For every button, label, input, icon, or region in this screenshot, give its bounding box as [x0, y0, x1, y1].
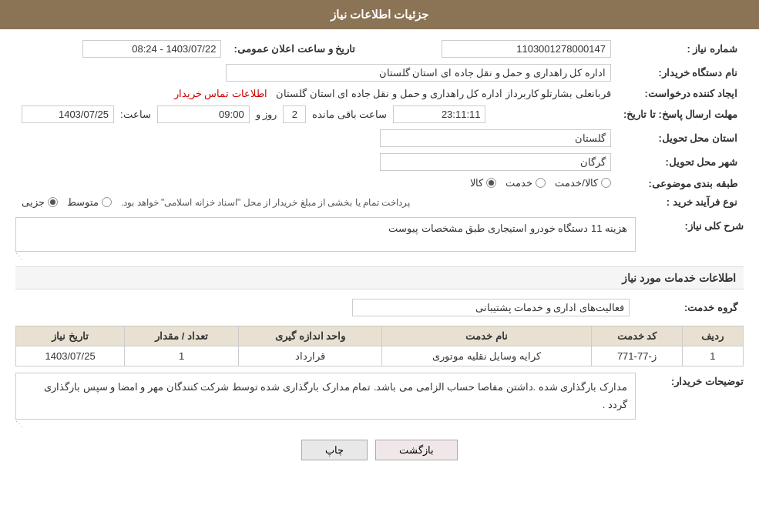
purchase-jozyi-label: جزیی	[22, 196, 45, 208]
buyer-notes-box: مدارک بارگذاری شده .داشتن مفاصا حساب الز…	[15, 373, 636, 420]
purchase-note: پرداخت تمام یا بخشی از مبلغ خریدار از مح…	[121, 197, 410, 208]
need-number-label: شماره نیاز :	[617, 37, 744, 61]
cell-service-name: کرایه وسایل نقلیه موتوری	[382, 346, 592, 366]
purchase-type-radio-group: متوسط جزیی	[22, 196, 112, 208]
creator-label: ایجاد کننده درخواست:	[617, 85, 744, 102]
radio-khedmat-icon	[536, 178, 546, 188]
col-quantity: تعداد / مقدار	[125, 326, 239, 346]
city-value: گرگان	[380, 153, 611, 171]
province-value: گلستان	[380, 129, 611, 147]
response-date: 1403/07/25	[22, 105, 114, 123]
response-remaining: 23:11:11	[393, 105, 485, 123]
col-service-code: کد خدمت	[591, 326, 682, 346]
need-description-value: هزینه 11 دستگاه خودرو استیجاری طبق مشخصا…	[388, 223, 627, 234]
col-date: تاریخ نیاز	[16, 326, 125, 346]
print-button[interactable]: چاپ	[301, 440, 368, 460]
category-option-khedmat[interactable]: خدمت	[505, 177, 546, 189]
purchase-type-label: نوع فرآیند خرید :	[617, 193, 744, 211]
purchase-option-motavasset[interactable]: متوسط	[67, 196, 112, 208]
radio-kala-icon	[486, 178, 496, 188]
service-group-value: فعالیت‌های اداری و خدمات پشتیبانی	[352, 299, 630, 316]
province-label: استان محل تحویل:	[617, 126, 744, 150]
cell-unit: قرارداد	[238, 346, 381, 366]
cell-date: 1403/07/25	[16, 346, 125, 366]
category-kala-label: کالا	[470, 177, 483, 189]
category-kala-khedmat-label: کالا/خدمت	[555, 177, 598, 189]
buyer-org-label: نام دستگاه خریدار:	[617, 61, 744, 85]
col-row-num: ردیف	[682, 326, 743, 346]
announce-date-value: 1403/07/22 - 08:24	[82, 40, 221, 58]
buyer-org-value: اداره کل راهداری و حمل و نقل جاده ای است…	[226, 64, 611, 82]
back-button[interactable]: بازگشت	[375, 440, 458, 460]
response-time-label: ساعت:	[120, 109, 151, 120]
page-header: جزئیات اطلاعات نیاز	[0, 0, 759, 29]
response-remaining-label: ساعت باقی مانده	[312, 109, 387, 120]
category-option-kala-khedmat[interactable]: کالا/خدمت	[555, 177, 611, 189]
services-section-title: اطلاعات خدمات مورد نیاز	[15, 266, 744, 289]
cell-row-num: 1	[682, 346, 743, 366]
category-option-kala[interactable]: کالا	[470, 177, 496, 189]
col-unit: واحد اندازه گیری	[238, 326, 381, 346]
header-title: جزئیات اطلاعات نیاز	[331, 8, 428, 21]
radio-motavasset-icon	[102, 197, 112, 207]
radio-jozyi-icon	[48, 197, 58, 207]
buyer-notes-label: توضیحات خریدار:	[643, 373, 744, 387]
response-days-label: روز و	[256, 109, 277, 120]
action-buttons: بازگشت چاپ	[15, 440, 744, 460]
city-label: شهر محل تحویل:	[617, 150, 744, 174]
services-table: ردیف کد خدمت نام خدمت واحد اندازه گیری ت…	[15, 326, 744, 366]
category-label: طبقه بندی موضوعی:	[617, 174, 744, 193]
category-radio-group: کالا/خدمت خدمت کالا	[470, 177, 611, 189]
col-service-name: نام خدمت	[382, 326, 592, 346]
response-deadline-label: مهلت ارسال پاسخ: تا تاریخ:	[617, 102, 744, 126]
response-time: 09:00	[157, 105, 250, 123]
table-row: 1 ز-77-771 کرایه وسایل نقلیه موتوری قرار…	[16, 346, 744, 366]
creator-contact-link[interactable]: اطلاعات تماس خریدار	[174, 88, 267, 99]
cell-quantity: 1	[125, 346, 239, 366]
announce-date-label: تاریخ و ساعت اعلان عمومی:	[227, 37, 361, 61]
buyer-notes-value: مدارک بارگذاری شده .داشتن مفاصا حساب الز…	[44, 381, 627, 410]
need-description-box: هزینه 11 دستگاه خودرو استیجاری طبق مشخصا…	[15, 217, 636, 252]
need-number-value: 1103001278000147	[442, 40, 611, 58]
purchase-motavasset-label: متوسط	[67, 196, 99, 208]
notes-resize-icon: ⋰	[15, 420, 636, 428]
resize-icon: ⋰	[15, 252, 636, 260]
category-khedmat-label: خدمت	[505, 177, 532, 189]
response-days: 2	[283, 105, 306, 123]
purchase-option-jozyi[interactable]: جزیی	[22, 196, 58, 208]
cell-service-code: ز-77-771	[591, 346, 682, 366]
service-group-label: گروه خدمت:	[636, 296, 744, 320]
creator-value: قربانعلی بشارتلو کاربرداز اداره کل راهدا…	[276, 88, 611, 99]
radio-kala-khedmat-icon	[601, 178, 611, 188]
need-description-label: شرح کلی نیاز:	[643, 217, 744, 232]
